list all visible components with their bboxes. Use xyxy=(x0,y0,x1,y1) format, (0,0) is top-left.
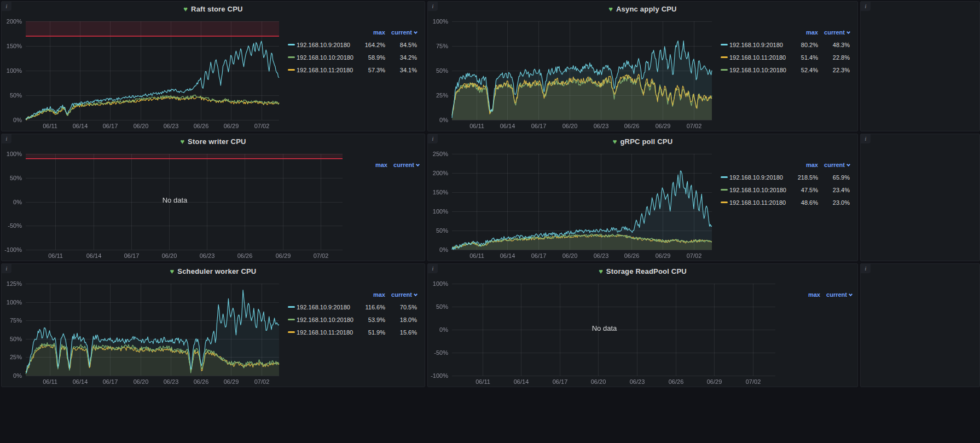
legend-row: 192.168.10.9:20180116.6%70.5% xyxy=(288,301,417,313)
time-series-chart[interactable] xyxy=(428,16,717,131)
panel-info-icon[interactable]: i xyxy=(861,264,871,273)
series-current-value: 48.3% xyxy=(818,42,850,48)
time-series-chart[interactable] xyxy=(428,278,781,387)
series-color-marker xyxy=(721,202,729,203)
panel-title-menu[interactable]: ♥ gRPC poll CPU xyxy=(428,134,857,148)
series-color-marker xyxy=(288,69,297,71)
series-max-value: 218.5% xyxy=(791,174,818,181)
panel-title-menu[interactable]: ♥ Raft store CPU xyxy=(2,2,425,16)
legend-row: 192.168.10.10:2018047.5%23.4% xyxy=(721,183,850,196)
series-name[interactable]: 192.168.10.9:20180 xyxy=(729,42,791,48)
legend-row: 192.168.10.11:2018048.6%23.0% xyxy=(721,196,850,209)
series-current-value: 15.6% xyxy=(385,329,417,336)
panel-info-icon[interactable]: i xyxy=(428,264,438,273)
series-color-marker xyxy=(721,56,729,58)
series-current-value: 34.2% xyxy=(385,54,417,61)
legend-sort-current[interactable]: current xyxy=(385,291,417,298)
cropped-panel: i xyxy=(860,134,980,261)
cropped-panel: i xyxy=(860,263,980,387)
chevron-down-icon xyxy=(414,292,417,296)
legend-header: max current xyxy=(784,291,850,298)
series-name[interactable]: 192.168.10.9:20180 xyxy=(297,304,358,310)
panel-title: Raft store CPU xyxy=(191,5,243,13)
legend-header: max current xyxy=(721,162,850,168)
panel-info-icon[interactable]: i xyxy=(428,134,438,143)
series-max-value: 51.9% xyxy=(358,329,385,336)
legend-sort-current[interactable]: current xyxy=(385,29,417,36)
panel-title-menu[interactable]: ♥ Scheduler worker CPU xyxy=(2,264,425,278)
panel-title: gRPC poll CPU xyxy=(620,137,672,146)
health-heart-icon: ♥ xyxy=(180,138,184,145)
series-current-value: 23.4% xyxy=(818,187,850,193)
panel-title-menu[interactable]: ♥ Store writer CPU xyxy=(2,134,425,148)
legend-sort-max[interactable]: max xyxy=(793,291,820,298)
legend-rows: 192.168.10.9:20180164.2%84.5%192.168.10.… xyxy=(288,38,417,76)
legend-sort-current[interactable]: current xyxy=(818,29,850,36)
legend-row: 192.168.10.10:2018053.9%18.0% xyxy=(288,313,417,326)
panel-info-icon[interactable]: i xyxy=(2,2,11,11)
legend-row: 192.168.10.9:20180164.2%84.5% xyxy=(288,38,417,51)
legend-sort-max[interactable]: max xyxy=(791,29,818,36)
legend-row: 192.168.10.11:2018057.3%34.1% xyxy=(288,64,417,76)
series-name[interactable]: 192.168.10.11:20180 xyxy=(729,54,791,61)
series-current-value: 23.0% xyxy=(818,199,850,206)
series-color-marker xyxy=(288,56,297,58)
legend-sort-max[interactable]: max xyxy=(358,291,385,298)
time-series-chart[interactable] xyxy=(2,148,348,261)
panel-info-icon[interactable]: i xyxy=(2,264,11,273)
series-name[interactable]: 192.168.10.11:20180 xyxy=(729,199,791,206)
health-heart-icon: ♥ xyxy=(613,138,617,145)
legend-sort-current[interactable]: current xyxy=(818,162,850,168)
cropped-panel: i xyxy=(860,1,980,131)
no-data-label: No data xyxy=(592,324,617,332)
panel-storage-readpool-cpu: i ♥ Storage ReadPool CPU No data max cur… xyxy=(427,263,858,387)
panel-info-icon[interactable]: i xyxy=(2,134,11,143)
series-current-value: 70.5% xyxy=(385,304,417,310)
series-max-value: 164.2% xyxy=(358,42,385,48)
legend-sort-current[interactable]: current xyxy=(387,162,419,168)
panel-store-writer-cpu: i ♥ Store writer CPU No data max current xyxy=(1,134,425,261)
legend-sort-max[interactable]: max xyxy=(360,162,387,168)
series-name[interactable]: 192.168.10.10:20180 xyxy=(297,317,358,323)
legend-sort-current[interactable]: current xyxy=(820,291,852,298)
panel-info-icon[interactable]: i xyxy=(428,2,438,11)
panel-grpc-poll-cpu: i ♥ gRPC poll CPU No data max current 19… xyxy=(427,134,858,261)
series-name[interactable]: 192.168.10.11:20180 xyxy=(297,67,358,73)
legend-sort-max[interactable]: max xyxy=(358,29,385,36)
chevron-down-icon xyxy=(849,292,853,296)
series-current-value: 34.1% xyxy=(385,67,417,73)
series-color-marker xyxy=(721,189,729,191)
legend-sort-max[interactable]: max xyxy=(791,162,818,168)
series-name[interactable]: 192.168.10.9:20180 xyxy=(297,42,358,48)
series-max-value: 116.6% xyxy=(358,304,385,310)
series-max-value: 80.2% xyxy=(791,42,818,48)
health-heart-icon: ♥ xyxy=(170,268,175,275)
series-color-marker xyxy=(721,44,729,45)
series-name[interactable]: 192.168.10.10:20180 xyxy=(729,67,791,73)
series-current-value: 22.3% xyxy=(818,67,850,73)
panel-scheduler-worker-cpu: i ♥ Scheduler worker CPU No data max cur… xyxy=(1,263,425,387)
panel-title-menu[interactable]: ♥ Storage ReadPool CPU xyxy=(428,264,857,278)
series-current-value: 18.0% xyxy=(385,317,417,323)
series-max-value: 53.9% xyxy=(358,317,385,323)
legend: max current 192.168.10.9:20180116.6%70.5… xyxy=(285,278,425,387)
legend-header: max current xyxy=(351,162,417,168)
legend-rows: 192.168.10.9:20180218.5%65.9%192.168.10.… xyxy=(721,171,850,209)
panel-info-icon[interactable]: i xyxy=(861,134,871,143)
panel-title: Storage ReadPool CPU xyxy=(606,267,687,275)
panel-info-icon[interactable]: i xyxy=(861,2,871,11)
legend-row: 192.168.10.11:2018051.4%22.8% xyxy=(721,51,850,64)
time-series-chart[interactable] xyxy=(2,16,285,131)
health-heart-icon: ♥ xyxy=(183,5,188,13)
series-name[interactable]: 192.168.10.11:20180 xyxy=(297,329,358,336)
series-name[interactable]: 192.168.10.9:20180 xyxy=(729,174,791,181)
legend-header: max current xyxy=(721,29,850,36)
legend: max current 192.168.10.9:20180218.5%65.9… xyxy=(717,148,857,261)
series-name[interactable]: 192.168.10.10:20180 xyxy=(297,54,358,61)
time-series-chart[interactable] xyxy=(428,148,717,261)
time-series-chart[interactable] xyxy=(2,278,285,387)
series-name[interactable]: 192.168.10.10:20180 xyxy=(729,187,791,193)
series-max-value: 58.9% xyxy=(358,54,385,61)
chevron-down-icon xyxy=(416,163,420,166)
panel-title-menu[interactable]: ♥ Async apply CPU xyxy=(428,2,857,16)
